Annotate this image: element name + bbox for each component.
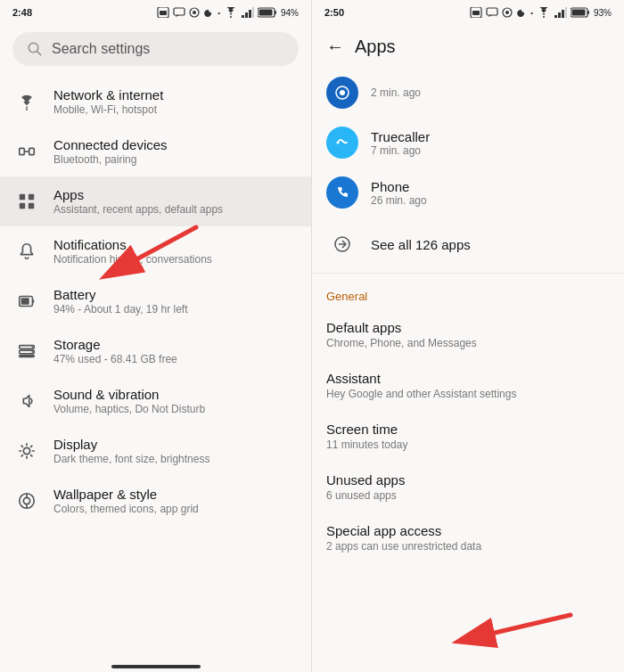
signal-icon bbox=[242, 7, 254, 18]
network-text: Network & internet Mobile, Wi-Fi, hotspo… bbox=[53, 87, 163, 116]
see-all-apps[interactable]: See all 126 apps bbox=[312, 217, 624, 271]
svg-line-39 bbox=[21, 455, 22, 456]
special-access-title: Special app access bbox=[326, 523, 610, 538]
settings-item-display[interactable]: Display Dark theme, font size, brightnes… bbox=[0, 426, 311, 476]
settings-item-sound[interactable]: Sound & vibration Volume, haptics, Do No… bbox=[0, 376, 311, 426]
svg-point-59 bbox=[337, 142, 340, 144]
phone-text: Phone 26 min. ago bbox=[371, 179, 427, 207]
battery-subtitle: 94% - About 1 day, 19 hr left bbox=[53, 303, 188, 316]
settings-item-storage[interactable]: Storage 47% used - 68.41 GB free bbox=[0, 326, 311, 376]
network-icon bbox=[14, 89, 39, 114]
svg-rect-19 bbox=[20, 194, 25, 200]
settings-item-connected[interactable]: Connected devices Bluetooth, pairing bbox=[0, 127, 311, 176]
search-icon bbox=[27, 41, 43, 57]
battery-title: Battery bbox=[53, 287, 188, 302]
svg-rect-46 bbox=[472, 11, 480, 15]
unused-apps-subtitle: 6 unused apps bbox=[326, 489, 610, 502]
divider-1 bbox=[312, 273, 624, 274]
notifications-subtitle: Notification history, conversations bbox=[53, 253, 212, 266]
apps-subtitle: Assistant, recent apps, default apps bbox=[53, 203, 223, 216]
svg-point-30 bbox=[32, 351, 34, 353]
svg-rect-6 bbox=[242, 15, 244, 18]
left-status-bar: 2:48 bbox=[0, 0, 311, 25]
nav-indicator bbox=[0, 658, 311, 672]
svg-rect-17 bbox=[29, 148, 35, 154]
special-access-subtitle: 2 apps can use unrestricted data bbox=[326, 540, 610, 553]
svg-rect-53 bbox=[562, 10, 564, 18]
settings-item-battery[interactable]: Battery 94% - About 1 day, 19 hr left bbox=[0, 276, 311, 326]
wallpaper-title: Wallpaper & style bbox=[53, 487, 199, 502]
svg-line-38 bbox=[31, 455, 32, 456]
svg-point-5 bbox=[230, 16, 232, 18]
phone-time: 26 min. ago bbox=[371, 194, 427, 207]
sim-icon bbox=[157, 7, 169, 18]
back-button[interactable]: ← bbox=[326, 37, 344, 57]
recent-app-truecaller[interactable]: Truecaller 7 min. ago bbox=[312, 118, 624, 168]
menu-item-screen-time[interactable]: Screen time 11 minutes today bbox=[312, 411, 624, 462]
svg-rect-54 bbox=[565, 7, 567, 18]
svg-rect-8 bbox=[249, 10, 251, 18]
search-placeholder: Search settings bbox=[52, 41, 150, 57]
right-phone-icon bbox=[502, 7, 513, 18]
recent-app-phone[interactable]: Phone 26 min. ago bbox=[312, 168, 624, 217]
settings-item-notifications[interactable]: Notifications Notification history, conv… bbox=[0, 226, 311, 276]
display-title: Display bbox=[53, 437, 209, 452]
right-signal-icon bbox=[554, 7, 567, 18]
svg-rect-28 bbox=[20, 356, 35, 357]
connected-subtitle: Bluetooth, pairing bbox=[53, 153, 168, 166]
svg-line-40 bbox=[31, 446, 32, 447]
right-message-icon bbox=[486, 7, 498, 18]
right-moon-icon bbox=[516, 7, 527, 18]
assistant-title: Assistant bbox=[326, 371, 610, 386]
menu-item-unused-apps[interactable]: Unused apps 6 unused apps bbox=[312, 462, 624, 512]
svg-point-15 bbox=[26, 109, 28, 111]
right-battery: 93% bbox=[594, 8, 612, 18]
default-apps-subtitle: Chrome, Phone, and Messages bbox=[326, 337, 610, 349]
svg-point-32 bbox=[23, 447, 29, 454]
svg-marker-31 bbox=[23, 396, 29, 407]
storage-title: Storage bbox=[53, 337, 177, 352]
app-icon-truecaller bbox=[326, 127, 358, 159]
svg-rect-47 bbox=[487, 8, 497, 15]
left-time: 2:48 bbox=[12, 7, 32, 18]
svg-rect-16 bbox=[20, 148, 25, 154]
display-text: Display Dark theme, font size, brightnes… bbox=[53, 437, 209, 465]
notifications-icon bbox=[14, 239, 39, 264]
notifications-title: Notifications bbox=[53, 237, 212, 252]
display-icon bbox=[14, 438, 39, 463]
left-panel: 2:48 bbox=[0, 0, 312, 672]
sound-icon bbox=[14, 389, 39, 414]
settings-list: Network & internet Mobile, Wi-Fi, hotspo… bbox=[0, 77, 311, 658]
settings-item-network[interactable]: Network & internet Mobile, Wi-Fi, hotspo… bbox=[0, 77, 311, 127]
recent-app-1[interactable]: 2 min. ago bbox=[312, 68, 624, 118]
svg-rect-56 bbox=[587, 11, 589, 14]
svg-point-42 bbox=[23, 497, 29, 504]
wifi-icon bbox=[224, 7, 238, 18]
general-section-header: General bbox=[312, 275, 624, 309]
svg-point-29 bbox=[32, 347, 34, 348]
svg-point-4 bbox=[193, 11, 196, 14]
menu-item-default-apps[interactable]: Default apps Chrome, Phone, and Messages bbox=[312, 309, 624, 360]
search-bar[interactable]: Search settings bbox=[12, 32, 299, 66]
menu-item-assistant[interactable]: Assistant Hey Google and other Assistant… bbox=[312, 360, 624, 411]
screen-time-title: Screen time bbox=[326, 422, 610, 437]
connected-title: Connected devices bbox=[53, 137, 168, 152]
right-battery-icon bbox=[571, 7, 590, 18]
right-wifi-icon bbox=[537, 7, 551, 18]
phone-name: Phone bbox=[371, 179, 427, 194]
phone-icon bbox=[189, 7, 200, 18]
settings-item-apps[interactable]: Apps Assistant, recent apps, default app… bbox=[0, 176, 311, 226]
left-status-icons: • bbox=[157, 7, 299, 18]
menu-item-special-access[interactable]: Special app access 2 apps can use unrest… bbox=[312, 512, 624, 563]
recent-app-1-text: 2 min. ago bbox=[371, 86, 421, 99]
apps-icon bbox=[14, 189, 39, 214]
apps-text: Apps Assistant, recent apps, default app… bbox=[53, 187, 223, 216]
svg-rect-22 bbox=[29, 203, 34, 209]
svg-rect-25 bbox=[21, 298, 29, 304]
settings-item-wallpaper[interactable]: Wallpaper & style Colors, themed icons, … bbox=[0, 476, 311, 526]
storage-text: Storage 47% used - 68.41 GB free bbox=[53, 337, 177, 365]
wallpaper-text: Wallpaper & style Colors, themed icons, … bbox=[53, 487, 199, 515]
network-title: Network & internet bbox=[53, 87, 163, 102]
left-battery: 94% bbox=[281, 8, 299, 18]
truecaller-time: 7 min. ago bbox=[371, 144, 430, 157]
